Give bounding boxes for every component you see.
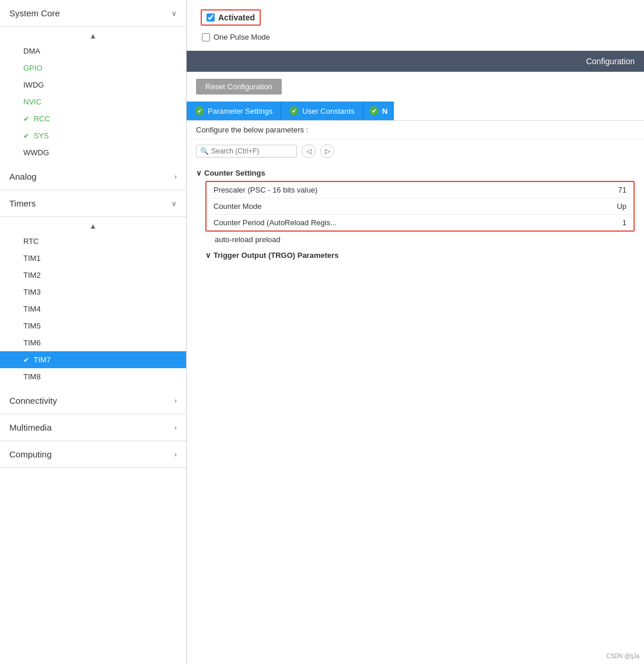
sidebar-item-tim3[interactable]: TIM3 — [0, 284, 186, 300]
config-section: Configuration Reset Configuration ✔ Para… — [187, 51, 644, 664]
tim1-label: TIM1 — [23, 254, 41, 263]
check-icon-tim7: ✔ — [23, 356, 29, 364]
tim7-label: TIM7 — [33, 355, 51, 364]
chevron-right-icon-multimedia: › — [174, 424, 177, 432]
sidebar-item-rtc[interactable]: RTC — [0, 233, 186, 250]
check-icon-sys: ✔ — [23, 132, 29, 140]
sidebar-section-computing-label: Computing — [9, 449, 52, 459]
counter-chevron-icon: ∨ — [196, 169, 202, 177]
param-name-0: Prescaler (PSC - 16 bits value) — [214, 186, 609, 194]
sidebar-section-connectivity-label: Connectivity — [9, 396, 57, 406]
reset-btn-row: Reset Configuration — [187, 72, 644, 102]
sidebar-item-sys[interactable]: ✔ SYS — [0, 127, 186, 144]
table-row: Counter Mode Up — [206, 198, 634, 215]
tim4-label: TIM4 — [23, 305, 41, 313]
sidebar-item-tim4[interactable]: TIM4 — [0, 300, 186, 317]
sidebar-section-multimedia-label: Multimedia — [9, 422, 52, 432]
reset-config-button[interactable]: Reset Configuration — [196, 79, 282, 95]
sidebar-section-computing[interactable]: Computing › — [0, 441, 186, 468]
pulse-row: One Pulse Mode — [202, 33, 630, 41]
tab-check-parameter: ✔ — [195, 106, 204, 116]
scroll-up-btn[interactable]: ▲ — [0, 29, 186, 43]
dma-label: DMA — [23, 47, 40, 55]
param-table: Prescaler (PSC - 16 bits value) 71 Count… — [205, 181, 635, 232]
sidebar-item-tim6[interactable]: TIM6 — [0, 334, 186, 351]
timers-items: ▲ RTC TIM1 TIM2 TIM3 TIM4 TIM5 TIM6 ✔ — [0, 217, 186, 387]
tim3-label: TIM3 — [23, 288, 41, 296]
configure-text-label: Configure the below parameters : — [196, 125, 308, 134]
one-pulse-checkbox[interactable] — [202, 33, 210, 41]
sidebar-item-tim2[interactable]: TIM2 — [0, 267, 186, 284]
sidebar-item-tim5[interactable]: TIM5 — [0, 317, 186, 334]
sidebar-section-analog[interactable]: Analog › — [0, 163, 186, 190]
wwdg-label: WWDG — [23, 148, 49, 157]
auto-reload-row: auto-reload preload — [196, 232, 635, 247]
tab-parameter-label: Parameter Settings — [208, 107, 272, 116]
chevron-down-icon: ∨ — [172, 9, 177, 18]
search-input[interactable] — [211, 147, 293, 155]
chevron-down-icon-timers: ∨ — [172, 200, 177, 208]
gpio-label: GPIO — [23, 64, 43, 72]
tim8-label: TIM8 — [23, 372, 41, 381]
sys-label: SYS — [34, 131, 49, 140]
tab-more[interactable]: ✔ N — [363, 102, 394, 120]
sidebar-section-analog-label: Analog — [9, 172, 37, 181]
sidebar-item-tim1[interactable]: TIM1 — [0, 250, 186, 267]
system-core-items: ▲ DMA GPIO IWDG NVIC ✔ RCC ✔ SYS WWDG — [0, 27, 186, 163]
param-value-1: Up — [609, 202, 626, 211]
trigger-chevron-icon: ∨ — [205, 251, 211, 260]
nav-next-btn[interactable]: ▷ — [320, 144, 334, 158]
watermark: CSDN @tjJa — [606, 653, 639, 659]
activated-checkbox[interactable] — [206, 13, 215, 22]
sidebar-item-wwdg[interactable]: WWDG — [0, 144, 186, 161]
tim2-label: TIM2 — [23, 271, 41, 279]
table-row: Counter Period (AutoReload Regis... 1 — [206, 215, 634, 230]
sidebar-item-rcc[interactable]: ✔ RCC — [0, 110, 186, 127]
sidebar-item-dma[interactable]: DMA — [0, 43, 186, 60]
search-wrapper: 🔍 — [196, 145, 297, 158]
tab-parameter-settings[interactable]: ✔ Parameter Settings — [187, 102, 281, 120]
sidebar-item-iwdg[interactable]: IWDG — [0, 76, 186, 93]
chevron-right-icon-connectivity: › — [174, 397, 177, 405]
param-name-2: Counter Period (AutoReload Regis... — [214, 218, 609, 227]
auto-reload-label: auto-reload preload — [215, 235, 281, 244]
trigger-label: Trigger Output (TRGO) Parameters — [214, 251, 339, 260]
search-icon: 🔍 — [200, 147, 209, 155]
tab-check-more: ✔ — [369, 106, 379, 116]
sidebar-item-tim8[interactable]: TIM8 — [0, 368, 186, 385]
nvic-label: NVIC — [23, 97, 41, 106]
sidebar-section-multimedia[interactable]: Multimedia › — [0, 414, 186, 441]
config-header-label: Configuration — [586, 57, 635, 66]
main-content: Activated One Pulse Mode Configuration R… — [187, 0, 644, 664]
tab-user-constants[interactable]: ✔ User Constants — [281, 102, 363, 120]
chevron-right-icon-analog: › — [174, 173, 177, 181]
nav-prev-btn[interactable]: ◁ — [302, 144, 316, 158]
sidebar-section-timers-label: Timers — [9, 198, 36, 208]
rcc-label: RCC — [34, 114, 50, 123]
configure-text: Configure the below parameters : — [187, 121, 644, 139]
sidebar-item-tim7[interactable]: ✔ TIM7 — [0, 351, 186, 368]
sidebar-section-system-core-label: System Core — [9, 8, 60, 18]
scroll-up-btn-timers[interactable]: ▲ — [0, 219, 186, 233]
counter-title: ∨ Counter Settings — [196, 165, 635, 181]
iwdg-label: IWDG — [23, 81, 44, 89]
sidebar-section-timers[interactable]: Timers ∨ — [0, 190, 186, 217]
table-row: Prescaler (PSC - 16 bits value) 71 — [206, 182, 634, 198]
param-value-0: 71 — [609, 186, 626, 194]
tim6-label: TIM6 — [23, 338, 41, 347]
sidebar-section-system-core[interactable]: System Core ∨ — [0, 0, 186, 27]
counter-settings: ∨ Counter Settings Prescaler (PSC - 16 b… — [187, 163, 644, 265]
param-name-1: Counter Mode — [214, 202, 609, 211]
tabs-row: ✔ Parameter Settings ✔ User Constants ✔ … — [187, 102, 644, 121]
rtc-label: RTC — [23, 237, 38, 246]
sidebar-item-gpio[interactable]: GPIO — [0, 60, 186, 76]
search-row: 🔍 ◁ ▷ — [187, 139, 644, 163]
tim5-label: TIM5 — [23, 321, 41, 330]
sidebar-section-connectivity[interactable]: Connectivity › — [0, 387, 186, 414]
activated-row: Activated — [201, 9, 630, 26]
trigger-title: ∨ Trigger Output (TRGO) Parameters — [196, 247, 635, 263]
config-header: Configuration — [187, 51, 644, 72]
activated-label: Activated — [218, 13, 255, 22]
sidebar-item-nvic[interactable]: NVIC — [0, 93, 186, 110]
chevron-right-icon-computing: › — [174, 450, 177, 459]
